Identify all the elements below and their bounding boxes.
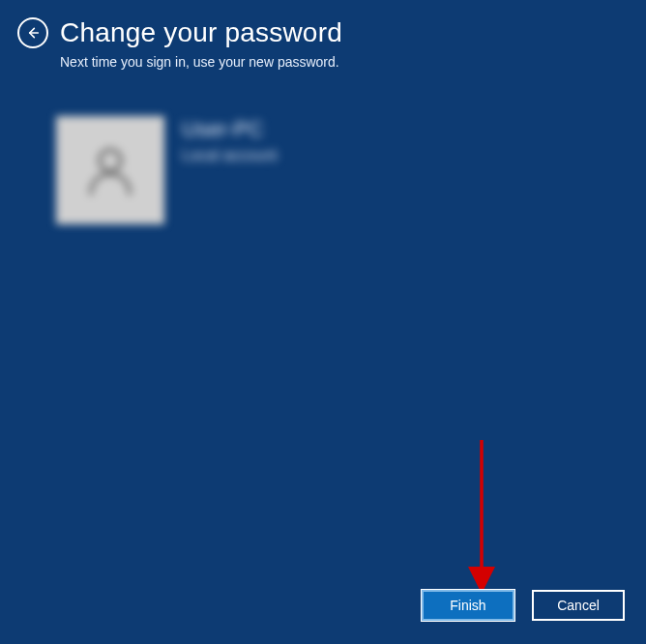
avatar — [56, 116, 164, 224]
svg-point-1 — [100, 150, 121, 171]
finish-button-label: Finish — [450, 598, 485, 613]
account-type: Local account — [182, 147, 278, 164]
person-icon — [79, 139, 141, 201]
cancel-button[interactable]: Cancel — [532, 590, 625, 621]
back-button[interactable] — [17, 17, 48, 48]
page-title: Change your password — [60, 17, 342, 48]
account-name: User-PC — [182, 118, 278, 141]
account-summary: User-PC Local account — [56, 116, 646, 224]
cancel-button-label: Cancel — [557, 598, 600, 613]
finish-button[interactable]: Finish — [422, 590, 514, 621]
page-subtitle: Next time you sign in, use your new pass… — [60, 54, 646, 70]
arrow-left-icon — [25, 25, 41, 41]
annotation-arrow-icon — [464, 435, 503, 600]
